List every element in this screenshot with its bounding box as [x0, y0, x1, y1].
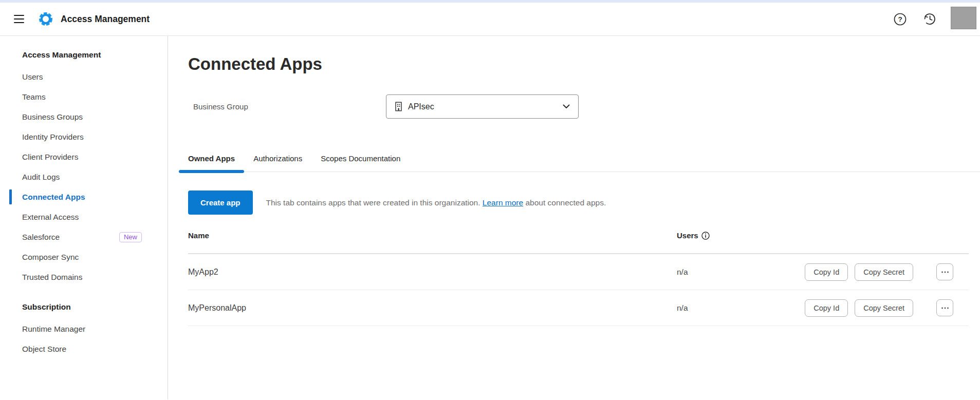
- copy-secret-button[interactable]: Copy Secret: [855, 263, 913, 281]
- table-header: Name Users: [188, 231, 969, 254]
- copy-id-button[interactable]: Copy Id: [805, 299, 848, 317]
- sidebar-item-audit-logs[interactable]: Audit Logs: [0, 167, 168, 187]
- main-content: Connected Apps Business Group APIsec Own…: [168, 36, 980, 399]
- tab-bar: Owned Apps Authorizations Scopes Documen…: [179, 154, 980, 172]
- sidebar-item-users[interactable]: Users: [0, 67, 168, 87]
- copy-secret-button[interactable]: Copy Secret: [855, 299, 913, 317]
- menu-icon[interactable]: [14, 15, 24, 23]
- new-badge: New: [119, 232, 142, 242]
- business-group-selected-value: APIsec: [408, 102, 434, 111]
- create-app-button[interactable]: Create app: [188, 191, 253, 215]
- tab-scopes-documentation[interactable]: Scopes Documentation: [311, 154, 410, 172]
- sidebar-item-business-groups[interactable]: Business Groups: [0, 107, 168, 127]
- svg-text:?: ?: [898, 15, 902, 23]
- sidebar: Access Management Users Teams Business G…: [0, 36, 168, 399]
- info-icon[interactable]: [701, 232, 710, 240]
- ellipsis-icon: [941, 307, 949, 309]
- more-actions-button[interactable]: [936, 299, 953, 316]
- help-icon[interactable]: ?: [893, 12, 907, 26]
- tab-description: This tab contains apps that were created…: [266, 198, 606, 207]
- history-icon[interactable]: [923, 12, 936, 26]
- topbar: Access Management ?: [0, 3, 980, 36]
- sidebar-section-access-management: Access Management: [0, 47, 168, 63]
- app-users-count: n/a: [677, 303, 759, 313]
- table-row: MyApp2 n/a Copy Id Copy Secret: [188, 254, 969, 290]
- sidebar-item-client-providers[interactable]: Client Providers: [0, 147, 168, 167]
- business-group-label: Business Group: [188, 102, 386, 111]
- avatar[interactable]: [951, 7, 976, 29]
- app-name: MyApp2: [188, 268, 677, 277]
- create-app-row: Create app This tab contains apps that w…: [188, 191, 969, 215]
- app-users-count: n/a: [677, 268, 759, 277]
- learn-more-link[interactable]: Learn more: [483, 198, 523, 207]
- business-group-dropdown[interactable]: APIsec: [386, 94, 579, 119]
- copy-id-button[interactable]: Copy Id: [805, 263, 848, 281]
- sidebar-item-external-access[interactable]: External Access: [0, 207, 168, 227]
- column-header-users: Users: [677, 231, 969, 240]
- chevron-down-icon: [563, 104, 570, 109]
- active-indicator-bar: [9, 189, 12, 204]
- sidebar-item-teams[interactable]: Teams: [0, 87, 168, 107]
- topbar-actions: ?: [893, 9, 980, 29]
- tab-authorizations[interactable]: Authorizations: [244, 154, 311, 172]
- sidebar-item-identity-providers[interactable]: Identity Providers: [0, 127, 168, 147]
- table-row: MyPersonalApp n/a Copy Id Copy Secret: [188, 290, 969, 326]
- sidebar-item-composer-sync[interactable]: Composer Sync: [0, 247, 168, 267]
- anypoint-logo-icon: [39, 12, 53, 26]
- more-actions-button[interactable]: [936, 263, 953, 280]
- business-group-row: Business Group APIsec: [188, 94, 969, 119]
- tab-owned-apps[interactable]: Owned Apps: [179, 154, 244, 172]
- row-actions: Copy Id Copy Secret: [805, 299, 969, 317]
- page-title: Connected Apps: [188, 53, 969, 75]
- building-icon: [395, 102, 402, 111]
- sidebar-item-trusted-domains[interactable]: Trusted Domains: [0, 267, 168, 287]
- sidebar-item-salesforce[interactable]: Salesforce New: [0, 227, 168, 247]
- sidebar-item-connected-apps[interactable]: Connected Apps: [0, 187, 168, 207]
- column-header-name: Name: [188, 231, 677, 240]
- app-name: MyPersonalApp: [188, 303, 677, 313]
- ellipsis-icon: [941, 271, 949, 273]
- row-actions: Copy Id Copy Secret: [805, 263, 969, 281]
- sidebar-item-runtime-manager[interactable]: Runtime Manager: [0, 319, 168, 339]
- sidebar-section-subscription: Subscription: [0, 299, 168, 315]
- app-title: Access Management: [61, 14, 150, 25]
- sidebar-item-object-store[interactable]: Object Store: [0, 339, 168, 359]
